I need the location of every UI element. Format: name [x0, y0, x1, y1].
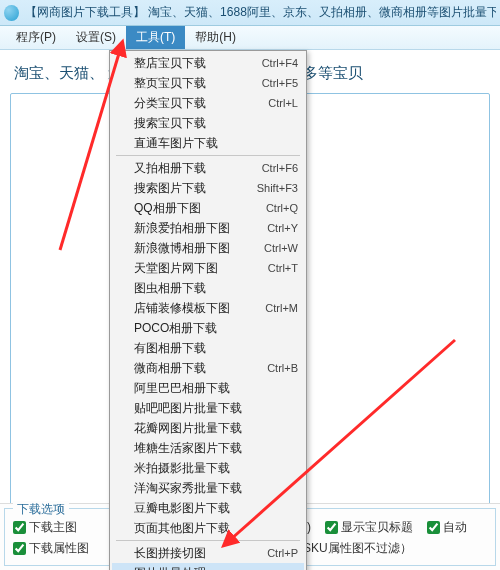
menu-item-label: 贴吧吧图片批量下载 [134, 400, 298, 417]
app-icon [4, 5, 19, 21]
menu-item-shortcut: Ctrl+F4 [262, 57, 298, 69]
menu-item-shortcut: Ctrl+Q [266, 202, 298, 214]
menu-item-label: 花瓣网图片批量下载 [134, 420, 298, 437]
tools-dropdown: 整店宝贝下载Ctrl+F4整页宝贝下载Ctrl+F5分类宝贝下载Ctrl+L搜索… [109, 50, 307, 570]
menu-item-label: 页面其他图片下载 [134, 520, 298, 537]
menu-settings[interactable]: 设置(S) [66, 26, 126, 49]
menu-item-shortcut: Ctrl+F5 [262, 77, 298, 89]
menu-item[interactable]: 豆瓣电影图片下载 [112, 498, 304, 518]
menu-item[interactable]: 图虫相册下载 [112, 278, 304, 298]
menu-item-label: 直通车图片下载 [134, 135, 298, 152]
menu-item[interactable]: 新浪微博相册下图Ctrl+W [112, 238, 304, 258]
menu-item[interactable]: 洋淘买家秀批量下载 [112, 478, 304, 498]
menu-item[interactable]: 图片批量处理 [112, 563, 304, 570]
menu-item-label: 阿里巴巴相册下载 [134, 380, 298, 397]
menu-item[interactable]: 整页宝贝下载Ctrl+F5 [112, 73, 304, 93]
menubar: 程序(P) 设置(S) 工具(T) 帮助(H) [0, 26, 500, 50]
menu-item-label: 天堂图片网下图 [134, 260, 258, 277]
menu-item[interactable]: 花瓣网图片批量下载 [112, 418, 304, 438]
menu-item-shortcut: Ctrl+W [264, 242, 298, 254]
menu-item-shortcut: Ctrl+B [267, 362, 298, 374]
menu-item[interactable]: 直通车图片下载 [112, 133, 304, 153]
menu-item[interactable]: POCO相册下载 [112, 318, 304, 338]
menu-separator [116, 540, 300, 541]
menu-item-label: 堆糖生活家图片下载 [134, 440, 298, 457]
menu-item-label: 店铺装修模板下图 [134, 300, 255, 317]
menu-item-label: 图片批量处理 [134, 565, 298, 571]
menu-separator [116, 155, 300, 156]
menu-item-label: 豆瓣电影图片下载 [134, 500, 298, 517]
menu-item[interactable]: 又拍相册下载Ctrl+F6 [112, 158, 304, 178]
menu-item[interactable]: 长图拼接切图Ctrl+P [112, 543, 304, 563]
menu-item-shortcut: Ctrl+F6 [262, 162, 298, 174]
menu-item-shortcut: Ctrl+P [267, 547, 298, 559]
menu-item-shortcut: Shift+F3 [257, 182, 298, 194]
menu-item-label: 整店宝贝下载 [134, 55, 252, 72]
menu-help[interactable]: 帮助(H) [185, 26, 246, 49]
menu-item-label: POCO相册下载 [134, 320, 298, 337]
menu-item-label: 洋淘买家秀批量下载 [134, 480, 298, 497]
menu-item-label: 米拍摄影批量下载 [134, 460, 298, 477]
menu-item[interactable]: 搜索宝贝下载 [112, 113, 304, 133]
menu-item-label: QQ相册下图 [134, 200, 256, 217]
menu-item-shortcut: Ctrl+M [265, 302, 298, 314]
download-options-title: 下载选项 [13, 501, 69, 518]
menu-item[interactable]: 搜索图片下载Shift+F3 [112, 178, 304, 198]
menu-item[interactable]: 页面其他图片下载 [112, 518, 304, 538]
menu-item-label: 有图相册下载 [134, 340, 298, 357]
menu-item[interactable]: 微商相册下载Ctrl+B [112, 358, 304, 378]
menu-item-label: 微商相册下载 [134, 360, 257, 377]
menu-item-shortcut: Ctrl+Y [267, 222, 298, 234]
menu-item[interactable]: 天堂图片网下图Ctrl+T [112, 258, 304, 278]
menu-item-label: 长图拼接切图 [134, 545, 257, 562]
cb-main-image[interactable]: 下载主图 [13, 519, 77, 536]
menu-item-shortcut: Ctrl+T [268, 262, 298, 274]
menu-item-label: 搜索宝贝下载 [134, 115, 298, 132]
menu-program[interactable]: 程序(P) [6, 26, 66, 49]
titlebar: 【网商图片下载工具】 淘宝、天猫、1688阿里、京东、又拍相册、微商相册等图片批… [0, 0, 500, 26]
menu-item-label: 整页宝贝下载 [134, 75, 252, 92]
cb-attr-image[interactable]: 下载属性图 [13, 540, 89, 557]
titlebar-text: 【网商图片下载工具】 淘宝、天猫、1688阿里、京东、又拍相册、微商相册等图片批… [25, 4, 496, 21]
menu-item[interactable]: 堆糖生活家图片下载 [112, 438, 304, 458]
menu-item[interactable]: 店铺装修模板下图Ctrl+M [112, 298, 304, 318]
cb-show-title[interactable]: 显示宝贝标题 [325, 519, 413, 536]
menu-item[interactable]: 贴吧吧图片批量下载 [112, 398, 304, 418]
cb-auto[interactable]: 自动 [427, 519, 467, 536]
menu-item-label: 图虫相册下载 [134, 280, 298, 297]
menu-item[interactable]: 米拍摄影批量下载 [112, 458, 304, 478]
menu-item[interactable]: 分类宝贝下载Ctrl+L [112, 93, 304, 113]
menu-item-label: 分类宝贝下载 [134, 95, 258, 112]
menu-item[interactable]: 阿里巴巴相册下载 [112, 378, 304, 398]
menu-item[interactable]: 新浪爱拍相册下图Ctrl+Y [112, 218, 304, 238]
menu-item-label: 又拍相册下载 [134, 160, 252, 177]
menu-item-label: 新浪爱拍相册下图 [134, 220, 257, 237]
menu-tools[interactable]: 工具(T) [126, 26, 185, 49]
menu-item[interactable]: QQ相册下图Ctrl+Q [112, 198, 304, 218]
menu-item[interactable]: 整店宝贝下载Ctrl+F4 [112, 53, 304, 73]
menu-item-label: 新浪微博相册下图 [134, 240, 254, 257]
menu-item-label: 搜索图片下载 [134, 180, 247, 197]
menu-item-shortcut: Ctrl+L [268, 97, 298, 109]
menu-item[interactable]: 有图相册下载 [112, 338, 304, 358]
